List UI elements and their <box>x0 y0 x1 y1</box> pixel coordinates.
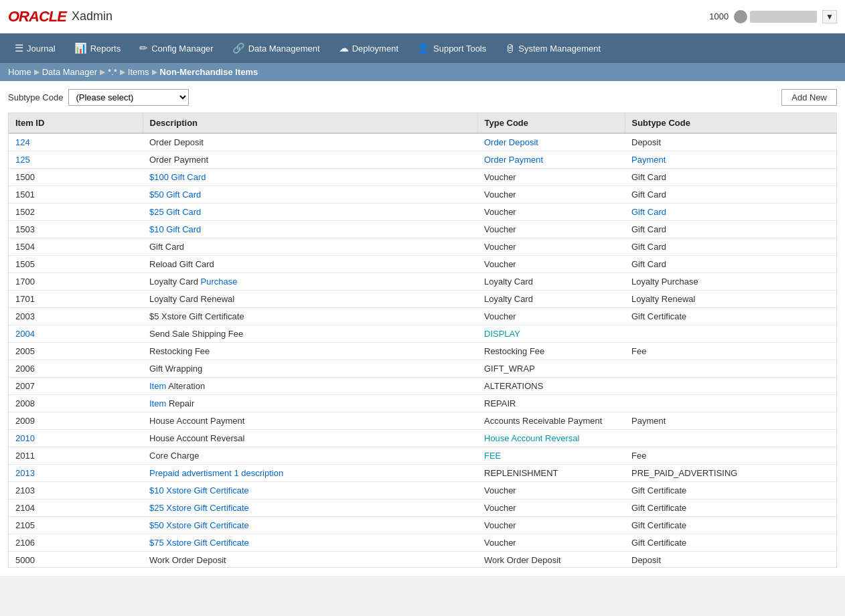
nav-reports[interactable]: 📊 Reports <box>65 33 131 63</box>
non-merchandise-table: Item ID Description Type Code Subtype Co… <box>9 113 836 568</box>
cell-type-code[interactable]: DISPLAY <box>477 325 625 343</box>
subtype-link[interactable]: Gift Card <box>631 207 666 217</box>
table-row: 125Order PaymentOrder PaymentPayment <box>9 151 836 169</box>
cell-description[interactable]: $25 Xstore Gift Certificate <box>143 499 477 517</box>
cell-description[interactable]: $10 Xstore Gift Certificate <box>143 482 477 499</box>
filter-left: Subtype Code (Please select) <box>8 89 189 106</box>
cell-type-code[interactable]: Order Deposit <box>477 133 625 151</box>
subtype-code-select[interactable]: (Please select) <box>68 89 189 106</box>
cell-description[interactable]: $100 Gift Card <box>143 169 477 186</box>
nav-data-management[interactable]: 🔗 Data Management <box>223 33 329 63</box>
cell-type-code[interactable]: Order Payment <box>477 151 625 169</box>
cell-item-id: 2008 <box>9 395 143 412</box>
cell-subtype-code: Gift Certificate <box>625 499 836 517</box>
cell-item-id[interactable]: 2010 <box>9 430 143 447</box>
nav-data-label: Data Management <box>248 44 320 54</box>
cell-type-code: ALTERATIONS <box>477 378 625 395</box>
cell-description: Reload Gift Card <box>143 256 477 273</box>
breadcrumb-wildcard[interactable]: *.* <box>108 67 117 77</box>
type-code-link[interactable]: Order Deposit <box>484 137 538 147</box>
nav-system-label: System Management <box>518 44 601 54</box>
cell-description[interactable]: $50 Gift Card <box>143 186 477 204</box>
cell-type-code: Voucher <box>477 482 625 499</box>
header-left: ORACLE Xadmin <box>8 8 112 25</box>
table-row: 2013Prepaid advertisment 1 descriptionRE… <box>9 465 836 482</box>
header-dropdown[interactable]: ▼ <box>822 10 837 23</box>
cell-subtype-code[interactable]: Gift Card <box>625 204 836 221</box>
desc-link[interactable]: $10 Xstore Gift Certificate <box>149 485 249 495</box>
cell-item-id[interactable]: 2004 <box>9 325 143 343</box>
nav-config-manager[interactable]: ✏ Config Manager <box>130 33 223 63</box>
desc-link[interactable]: Prepaid advertisment 1 description <box>149 468 283 478</box>
cell-subtype-code[interactable]: Payment <box>625 151 836 169</box>
nav-deployment-label: Deployment <box>352 44 398 54</box>
cell-description: Order Deposit <box>143 133 477 151</box>
add-new-button[interactable]: Add New <box>781 89 837 106</box>
type-code-link[interactable]: House Account Reversal <box>484 433 579 443</box>
cell-subtype-code: Gift Certificate <box>625 534 836 552</box>
desc-partial-link[interactable]: Purchase <box>201 277 238 287</box>
table-row: 1700Loyalty Card PurchaseLoyalty CardLoy… <box>9 273 836 291</box>
desc-link[interactable]: $25 Gift Card <box>149 207 201 217</box>
cell-type-code: Voucher <box>477 186 625 204</box>
nav-journal[interactable]: ☰ Journal <box>5 33 65 63</box>
type-code-link[interactable]: Order Payment <box>484 155 543 165</box>
desc-link[interactable]: $100 Gift Card <box>149 172 206 182</box>
desc-link[interactable]: $50 Xstore Gift Certificate <box>149 520 249 530</box>
nav-deployment[interactable]: ☁ Deployment <box>329 33 408 63</box>
cell-subtype-code <box>625 395 836 412</box>
desc-partial-link[interactable]: Item <box>149 381 166 391</box>
cell-subtype-code: Fee <box>625 343 836 360</box>
cell-subtype-code: Gift Certificate <box>625 482 836 499</box>
cell-item-id: 2105 <box>9 517 143 534</box>
filter-bar: Subtype Code (Please select) Add New <box>8 89 837 106</box>
table-row: 2106$75 Xstore Gift CertificateVoucherGi… <box>9 534 836 552</box>
col-header-description: Description <box>143 113 477 133</box>
cell-item-id[interactable]: 125 <box>9 151 143 169</box>
desc-link[interactable]: $50 Gift Card <box>149 189 201 200</box>
cell-type-code: Voucher <box>477 204 625 221</box>
subtype-link[interactable]: Payment <box>631 155 666 165</box>
cell-description[interactable]: $75 Xstore Gift Certificate <box>143 534 477 552</box>
type-code-link[interactable]: DISPLAY <box>484 329 520 339</box>
table-row: 2105$50 Xstore Gift CertificateVoucherGi… <box>9 517 836 534</box>
table-row: 2104$25 Xstore Gift CertificateVoucherGi… <box>9 499 836 517</box>
config-icon: ✏ <box>139 42 148 54</box>
cell-type-code: Voucher <box>477 238 625 256</box>
cell-type-code[interactable]: House Account Reversal <box>477 430 625 447</box>
desc-link[interactable]: $10 Gift Card <box>149 224 201 234</box>
cell-type-code: Accounts Receivable Payment <box>477 412 625 430</box>
cell-item-id: 1502 <box>9 204 143 221</box>
cell-type-code[interactable]: FEE <box>477 447 625 465</box>
cell-subtype-code: PRE_PAID_ADVERTISING <box>625 465 836 482</box>
breadcrumb-items[interactable]: Items <box>128 67 149 77</box>
support-icon: 👤 <box>417 42 430 54</box>
cell-description: Order Payment <box>143 151 477 169</box>
nav-support-tools[interactable]: 👤 Support Tools <box>408 33 495 63</box>
item-id-link[interactable]: 2013 <box>15 468 35 478</box>
cell-item-id[interactable]: 124 <box>9 133 143 151</box>
desc-link[interactable]: $25 Xstore Gift Certificate <box>149 503 249 513</box>
cell-description[interactable]: Prepaid advertisment 1 description <box>143 465 477 482</box>
cell-item-id[interactable]: 2013 <box>9 465 143 482</box>
desc-partial-link[interactable]: Item <box>149 398 166 408</box>
breadcrumb-data-manager[interactable]: Data Manager <box>42 67 97 77</box>
desc-link[interactable]: $75 Xstore Gift Certificate <box>149 538 249 548</box>
item-id-link[interactable]: 2004 <box>15 329 35 339</box>
cell-subtype-code: Gift Card <box>625 221 836 238</box>
nav-system-management[interactable]: 🛢 System Management <box>495 33 610 63</box>
table-wrapper[interactable]: Item ID Description Type Code Subtype Co… <box>8 112 837 568</box>
item-id-link[interactable]: 124 <box>15 137 30 147</box>
cell-description[interactable]: $10 Gift Card <box>143 221 477 238</box>
cell-description[interactable]: $25 Gift Card <box>143 204 477 221</box>
content-area: Subtype Code (Please select) Add New Ite… <box>0 81 845 576</box>
item-id-link[interactable]: 2010 <box>15 433 35 443</box>
item-id-link[interactable]: 125 <box>15 155 30 165</box>
user-name-bar <box>750 11 817 23</box>
cell-description[interactable]: $50 Xstore Gift Certificate <box>143 517 477 534</box>
type-code-link[interactable]: FEE <box>484 451 501 461</box>
cell-subtype-code: Gift Card <box>625 186 836 204</box>
cell-item-id: 2003 <box>9 308 143 325</box>
cell-type-code: Work Order Deposit <box>477 552 625 568</box>
breadcrumb-home[interactable]: Home <box>8 67 31 77</box>
